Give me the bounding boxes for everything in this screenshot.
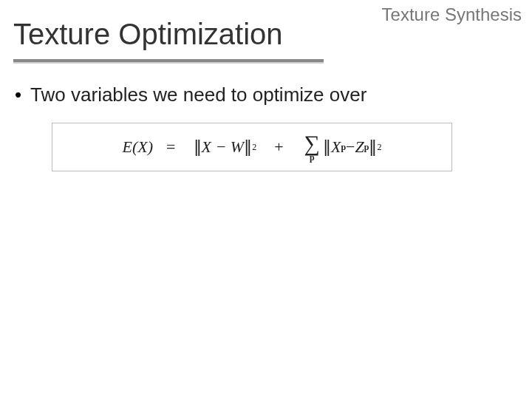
eq-norm-close: ‖ xyxy=(244,137,252,157)
bullet-list: • Two variables we need to optimize over xyxy=(15,83,517,108)
eq-term2a: X xyxy=(331,137,341,157)
eq-norm-open: ‖ xyxy=(194,137,202,157)
header-label: Texture Synthesis xyxy=(382,4,522,25)
eq-term2a-sub: p xyxy=(341,142,346,153)
eq-norm2-open: ‖ xyxy=(323,137,331,157)
eq-equals: = xyxy=(166,137,175,157)
eq-norm2-close: ‖ xyxy=(369,137,377,157)
eq-plus: + xyxy=(274,137,283,157)
eq-term2b: Z xyxy=(355,137,364,157)
eq-sq2: 2 xyxy=(377,142,381,153)
equation-image: E(X) = ‖X − W‖2 + ∑ p ‖Xp − Zp‖2 xyxy=(52,123,452,171)
eq-sq1: 2 xyxy=(252,142,256,153)
eq-lhs: E(X) xyxy=(123,137,154,157)
eq-term1: X − W xyxy=(202,137,245,157)
eq-term2-minus: − xyxy=(346,137,355,157)
eq-term2b-sub: p xyxy=(364,142,369,153)
bullet-marker: • xyxy=(15,83,21,108)
eq-sum-sub: p xyxy=(310,153,315,162)
title-underline xyxy=(13,59,324,64)
slide-title: Texture Optimization xyxy=(13,18,283,51)
eq-sum: ∑ p xyxy=(304,132,320,162)
equation: E(X) = ‖X − W‖2 + ∑ p ‖Xp − Zp‖2 xyxy=(123,132,382,162)
bullet-text: Two variables we need to optimize over xyxy=(30,83,366,108)
slide: Texture Synthesis Texture Optimization •… xyxy=(0,0,532,399)
list-item: • Two variables we need to optimize over xyxy=(15,83,517,108)
sigma-icon: ∑ xyxy=(304,132,320,154)
